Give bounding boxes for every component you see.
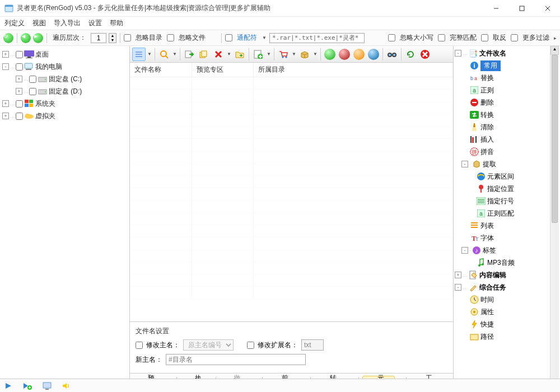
modify-ext-checkbox[interactable] (247, 342, 254, 349)
box-dropdown[interactable]: ▼ (312, 52, 318, 57)
tree-desktop[interactable]: + … 桌面 (0, 48, 129, 60)
tree-checkbox[interactable] (16, 51, 23, 58)
maximize-button[interactable] (514, 3, 530, 14)
rtree-fixed-line[interactable]: 指定行号 (454, 195, 550, 207)
depth-spinner[interactable]: ▲▼ (109, 33, 116, 43)
rtree-element-range[interactable]: 元素区间 (454, 170, 550, 183)
go-button[interactable] (323, 48, 337, 61)
tree-system-folder[interactable]: + … 系统夹 (0, 97, 129, 110)
rtree-common[interactable]: i常用 (454, 59, 550, 72)
refresh-center-button[interactable] (404, 48, 417, 61)
tree-checkbox[interactable] (16, 63, 23, 71)
add-dropdown[interactable]: ▼ (266, 52, 272, 57)
invert-checkbox[interactable] (481, 34, 488, 41)
rtree-font[interactable]: TT字体 (454, 232, 550, 244)
ignore-dir-checkbox[interactable] (124, 34, 131, 41)
ignore-file-checkbox[interactable] (167, 34, 174, 41)
box-button[interactable] (298, 48, 311, 61)
rtree-path[interactable]: 路径 (454, 330, 550, 343)
menu-coldef[interactable]: 列定义 (4, 18, 25, 28)
binoculars-button[interactable] (385, 48, 399, 61)
tree-drive-d[interactable]: + … 固定盘 (D:) (0, 85, 129, 97)
cart-button[interactable] (277, 48, 290, 61)
rtree-list[interactable]: 列表 (454, 220, 550, 232)
menu-help[interactable]: 帮助 (110, 18, 123, 28)
right-scrollbar[interactable]: ▲ ▼ (550, 46, 559, 392)
col-filename[interactable]: 文件名称 (130, 63, 192, 77)
stop-button[interactable] (338, 48, 351, 61)
delete-button[interactable] (212, 48, 225, 61)
tree-virtual-folder[interactable]: + … 虚拟夹 (0, 110, 129, 122)
rtree-replace[interactable]: ba替换 (454, 72, 550, 84)
menu-import-export[interactable]: 导入导出 (54, 18, 81, 28)
rtree-mp3[interactable]: MP3音频 (454, 256, 550, 269)
view-list-button[interactable] (132, 48, 146, 61)
col-preview[interactable]: 预览专区 (192, 63, 253, 77)
expand-icon[interactable]: + (16, 88, 22, 95)
search-dropdown[interactable]: ▼ (172, 52, 178, 57)
expand-icon[interactable]: + (16, 76, 22, 82)
expand-icon[interactable]: + (2, 100, 9, 107)
rtree-content-edit[interactable]: +…内容编辑 (454, 269, 550, 281)
expand-icon[interactable]: + (2, 113, 9, 119)
nav-forward-button[interactable]: ► (33, 33, 43, 43)
more-filter-checkbox[interactable] (511, 34, 518, 41)
rtree-attribute[interactable]: 属性 (454, 306, 550, 318)
wildcard-dropdown[interactable]: ▼ (262, 35, 267, 40)
rtree-composite-task[interactable]: -…综合任务 (454, 281, 550, 293)
tree-drive-c[interactable]: + … 固定盘 (C:) (0, 73, 129, 85)
col-dir[interactable]: 所属目录 (253, 63, 453, 77)
collapse-icon[interactable]: - (2, 63, 9, 70)
tree-checkbox[interactable] (29, 88, 36, 95)
scroll-thumb[interactable] (552, 55, 558, 223)
rtree-extract[interactable]: -·提取 (454, 158, 550, 170)
rtree-time[interactable]: 时间 (454, 293, 550, 306)
expand-icon[interactable]: + (2, 51, 9, 58)
sound-icon[interactable] (62, 382, 71, 390)
ext-input[interactable] (301, 339, 324, 351)
menu-settings[interactable]: 设置 (88, 18, 102, 28)
file-table[interactable]: 文件名称 预览专区 所属目录 (130, 63, 453, 321)
rtree-pinyin[interactable]: 拼拼音 (454, 146, 550, 158)
modify-main-checkbox[interactable] (136, 342, 143, 349)
rtree-tag[interactable]: -·♪标签 (454, 244, 550, 256)
tree-checkbox[interactable] (29, 76, 36, 83)
tree-my-computer[interactable]: - … 我的电脑 (0, 60, 129, 73)
tree-checkbox[interactable] (16, 100, 23, 108)
rtree-delete[interactable]: 删除 (454, 96, 550, 109)
refresh-button[interactable]: ↻ (3, 33, 13, 43)
menu-view[interactable]: 视图 (32, 18, 46, 28)
filter-input[interactable] (269, 33, 365, 43)
screen-icon[interactable] (43, 382, 52, 390)
add-button[interactable] (251, 48, 265, 61)
tree-checkbox[interactable] (16, 113, 23, 120)
view-dropdown[interactable]: ▼ (147, 52, 152, 57)
wildcard-checkbox[interactable] (225, 34, 232, 41)
copy-button[interactable] (197, 48, 211, 61)
close-button[interactable] (540, 3, 556, 14)
rtree-file-rename[interactable]: -…📑文件改名 (454, 47, 550, 59)
rtree-regex[interactable]: a正则 (454, 84, 550, 96)
export-button[interactable] (183, 48, 196, 61)
rtree-regex-match[interactable]: a正则匹配 (454, 207, 550, 220)
delete-dropdown[interactable]: ▼ (226, 52, 232, 57)
rtree-insert[interactable]: 插入 (454, 133, 550, 146)
rtree-clear[interactable]: 清除 (454, 121, 550, 133)
rtree-shortcut[interactable]: 快捷 (454, 318, 550, 330)
open-folder-button[interactable] (233, 48, 246, 61)
main-scheme-select[interactable]: 原主名编号 (183, 339, 234, 351)
cart-dropdown[interactable]: ▼ (291, 52, 297, 57)
play-icon[interactable] (4, 382, 12, 390)
depth-input[interactable] (91, 33, 106, 43)
search-button[interactable] (157, 48, 171, 61)
cancel-button[interactable] (418, 48, 432, 61)
minimize-button[interactable] (488, 3, 504, 14)
ignore-case-checkbox[interactable] (388, 34, 395, 41)
scroll-up-button[interactable]: ▲ (550, 46, 559, 55)
play-plus-icon[interactable] (22, 382, 32, 390)
pause-button[interactable] (352, 48, 366, 61)
info-button[interactable] (367, 48, 380, 61)
nav-back-button[interactable]: ◄ (21, 33, 31, 43)
new-main-input[interactable] (166, 354, 306, 365)
exact-match-checkbox[interactable] (438, 34, 445, 41)
